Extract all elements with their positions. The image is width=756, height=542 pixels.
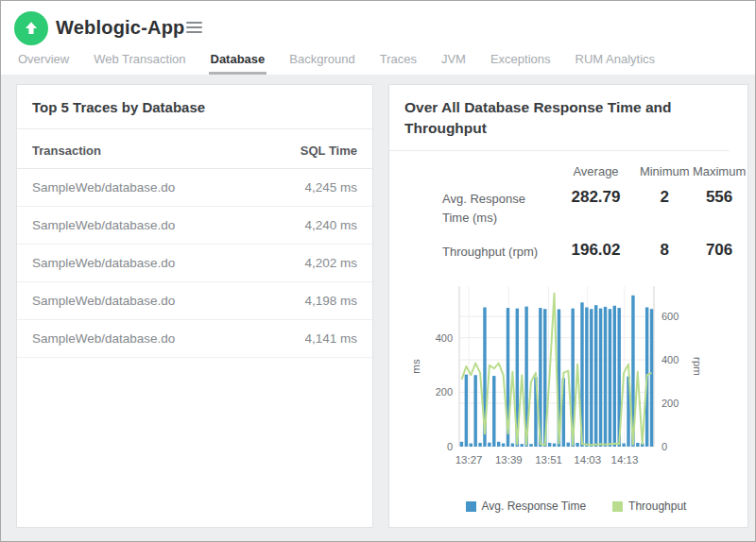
stats-row-throughput: Throughput (rpm) 196.02 8 706 <box>442 241 747 262</box>
svg-text:400: 400 <box>436 332 453 344</box>
transaction-name[interactable]: SampleWeb/database.do <box>32 218 175 232</box>
response-throughput-panel: Over All Database Response Time and Thro… <box>388 84 748 528</box>
svg-text:200: 200 <box>436 387 453 398</box>
svg-text:rpm: rpm <box>692 357 703 376</box>
app-window: Weblogic-App Overview Web Transaction Da… <box>0 0 756 542</box>
stats-row-response-time: Avg. Response Time (ms) 282.79 2 556 <box>442 188 747 228</box>
hamburger-bar <box>186 31 202 33</box>
tab-rum-analytics[interactable]: RUM Analytics <box>574 46 658 75</box>
svg-text:0: 0 <box>662 441 667 452</box>
table-row[interactable]: SampleWeb/database.do 4,141 ms <box>17 320 372 358</box>
tab-bar: Overview Web Transaction Database Backgr… <box>16 46 657 75</box>
throughput-maximum: 706 <box>691 241 747 260</box>
page-title: Weblogic-App <box>56 17 184 39</box>
hamburger-bar <box>186 26 202 28</box>
tab-traces[interactable]: Traces <box>378 46 419 75</box>
sql-time-value: 4,240 ms <box>304 218 357 232</box>
table-row[interactable]: SampleWeb/database.do 4,198 ms <box>17 282 372 320</box>
svg-text:0: 0 <box>447 441 453 452</box>
avg-response-average: 282.79 <box>554 188 639 207</box>
tab-exceptions[interactable]: Exceptions <box>489 46 553 75</box>
svg-text:14:03: 14:03 <box>574 454 601 466</box>
legend-label: Avg. Response Time <box>482 500 587 513</box>
response-throughput-title: Over All Database Response Time and Thro… <box>389 85 730 151</box>
svg-text:400: 400 <box>662 354 679 365</box>
sql-time-value: 4,202 ms <box>304 256 357 270</box>
transaction-name[interactable]: SampleWeb/database.do <box>32 294 175 308</box>
sql-time-value: 4,198 ms <box>304 294 357 308</box>
column-header-transaction: Transaction <box>32 144 101 158</box>
hamburger-bar <box>186 22 202 24</box>
svg-text:ms: ms <box>410 359 421 374</box>
transaction-name[interactable]: SampleWeb/database.do <box>32 180 175 195</box>
svg-text:13:27: 13:27 <box>455 454 483 466</box>
svg-text:200: 200 <box>662 398 679 409</box>
tab-background[interactable]: Background <box>287 46 356 75</box>
svg-text:13:51: 13:51 <box>535 454 562 466</box>
tab-overview[interactable]: Overview <box>16 46 71 75</box>
legend-item-throughput[interactable]: Throughput <box>612 500 686 513</box>
column-header-maximum: Maximum <box>691 164 747 178</box>
column-header-minimum: Minimum <box>638 164 691 178</box>
table-row[interactable]: SampleWeb/database.do 4,240 ms <box>17 207 372 245</box>
tab-database[interactable]: Database <box>209 46 267 75</box>
svg-text:13:39: 13:39 <box>495 454 523 466</box>
avg-response-minimum: 2 <box>638 188 691 207</box>
traces-table: Transaction SQL Time SampleWeb/database.… <box>17 129 372 358</box>
throughput-average: 196.02 <box>554 241 639 260</box>
transaction-name[interactable]: SampleWeb/database.do <box>32 256 175 270</box>
app-status-icon <box>14 11 48 45</box>
throughput-minimum: 8 <box>638 241 691 260</box>
legend-swatch-blue <box>466 501 476 512</box>
table-row[interactable]: SampleWeb/database.do 4,202 ms <box>17 245 372 282</box>
legend-item-response-time[interactable]: Avg. Response Time <box>466 500 587 513</box>
table-row[interactable]: SampleWeb/database.do 4,245 ms <box>17 169 372 207</box>
avg-response-maximum: 556 <box>691 188 747 207</box>
arrow-up-icon <box>23 20 40 37</box>
svg-text:600: 600 <box>662 312 679 323</box>
chart-container: 0200400020040060013:2713:3913:5114:0314:… <box>404 280 747 513</box>
sql-time-value: 4,141 ms <box>304 331 357 346</box>
top-traces-panel: Top 5 Traces by Database Transaction SQL… <box>16 84 373 528</box>
stats-summary: Average Minimum Maximum Avg. Response Ti… <box>389 151 747 279</box>
hamburger-icon[interactable] <box>186 22 202 36</box>
tab-jvm[interactable]: JVM <box>439 46 468 75</box>
stats-header-row: Average Minimum Maximum <box>442 164 747 178</box>
tab-web-transaction[interactable]: Web Transaction <box>92 46 187 75</box>
transaction-name[interactable]: SampleWeb/database.do <box>32 331 175 346</box>
column-header-average: Average <box>554 164 639 178</box>
top-traces-title: Top 5 Traces by Database <box>17 85 372 129</box>
stats-row-label: Throughput (rpm) <box>442 241 554 262</box>
sql-time-value: 4,245 ms <box>304 180 357 195</box>
traces-table-header: Transaction SQL Time <box>17 129 372 169</box>
stats-spacer <box>442 164 554 166</box>
legend-swatch-green <box>612 501 623 512</box>
response-throughput-chart[interactable]: 0200400020040060013:2713:3913:5114:0314:… <box>404 280 726 488</box>
chart-legend: Avg. Response Time Throughput <box>404 500 747 513</box>
app-header: Weblogic-App Overview Web Transaction Da… <box>1 1 755 75</box>
stats-row-label: Avg. Response Time (ms) <box>442 188 554 228</box>
column-header-sql-time: SQL Time <box>301 144 357 158</box>
svg-text:14:13: 14:13 <box>611 454 639 466</box>
legend-label: Throughput <box>628 500 686 513</box>
